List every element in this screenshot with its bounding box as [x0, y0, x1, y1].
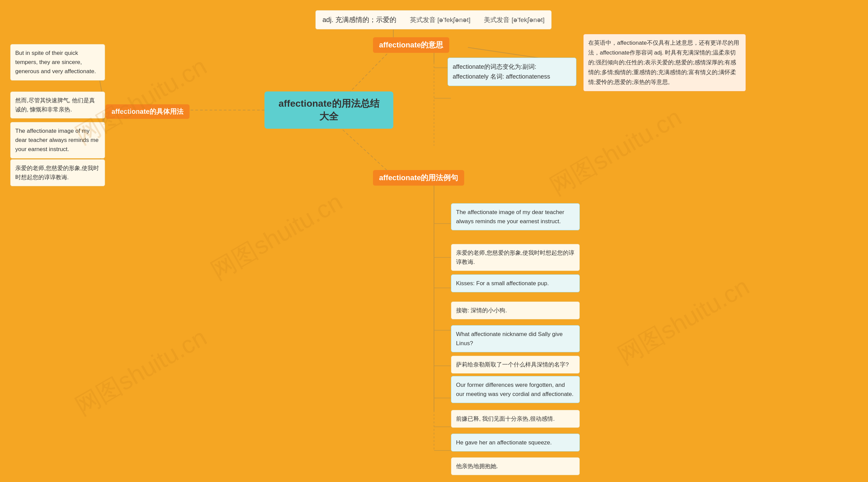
- right-chinese-2-text: 接吻: 深情的小小狗.: [456, 307, 507, 314]
- left-english-1: But in spite of their quick tempers, the…: [10, 44, 105, 81]
- adj-definition: adj. 充满感情的；示爱的: [322, 15, 396, 24]
- central-title-text: affectionate的用法总结 大全: [278, 97, 379, 123]
- right-english-2-text: Kisses: For a small affectionate pup.: [456, 280, 549, 287]
- right-chinese-3-text: 萨莉给奈勒斯取了一个什么样具深情的名字?: [456, 361, 569, 368]
- right-english-4-text: Our former differences were forgotten, a…: [456, 382, 574, 397]
- left-chinese-1: 然而,尽管其快速脾气, 他们是真诚的, 慷慨和非常亲热.: [10, 91, 105, 119]
- central-title: affectionate的用法总结 大全: [264, 91, 393, 129]
- left-chinese-2-text: 亲爱的老师,您慈爱的形象,使我时时想起您的谆谆教诲.: [15, 165, 99, 181]
- right-chinese-5: 他亲热地拥抱她.: [451, 457, 580, 475]
- right-chinese-2: 接吻: 深情的小小狗.: [451, 301, 580, 319]
- right-chinese-4-text: 前嫌已释, 我们见面十分亲热,很动感情.: [456, 416, 555, 422]
- meaning-label: affectionate的意思: [373, 37, 449, 53]
- inflection-text: affectionate的词态变化为:副词: affectionately 名词…: [453, 63, 550, 80]
- examples-label: affectionate的用法例句: [373, 170, 464, 186]
- left-chinese-2: 亲爱的老师,您慈爱的形象,使我时时想起您的谆谆教诲.: [10, 159, 105, 186]
- extended-meaning-text: 在英语中，affectionate不仅具有上述意思，还有更详尽的用法，affec…: [588, 40, 739, 85]
- right-english-5: He gave her an affectionate squeeze.: [451, 434, 580, 452]
- left-chinese-1-text: 然而,尽管其快速脾气, 他们是真诚的, 慷慨和非常亲热.: [15, 97, 95, 113]
- right-chinese-1-text: 亲爱的老师,您慈爱的形象,使我时时想起您的谆谆教诲.: [456, 250, 574, 265]
- right-chinese-3: 萨莉给奈勒斯取了一个什么样具深情的名字?: [451, 356, 580, 374]
- left-english-2: The affectionate image of my dear teache…: [10, 122, 105, 159]
- right-english-4: Our former differences were forgotten, a…: [451, 376, 580, 403]
- right-english-1: The affectionate image of my dear teache…: [451, 203, 580, 230]
- right-english-2: Kisses: For a small affectionate pup.: [451, 274, 580, 292]
- american-pronunciation: 美式发音 [ə'fekʃənət]: [484, 16, 545, 24]
- watermark-3: 网图shuitu.cn: [70, 321, 213, 422]
- right-chinese-5-text: 他亲热地拥抱她.: [456, 463, 498, 469]
- right-english-5-text: He gave her an affectionate squeeze.: [456, 439, 552, 446]
- right-english-1-text: The affectionate image of my dear teache…: [456, 209, 564, 225]
- right-chinese-1: 亲爱的老师,您慈爱的形象,使我时时想起您的谆谆教诲.: [451, 244, 580, 271]
- right-english-3-text: What affectionate nickname did Sally giv…: [456, 331, 563, 347]
- inflection-box: affectionate的词态变化为:副词: affectionately 名词…: [448, 58, 576, 86]
- left-english-1-text: But in spite of their quick tempers, the…: [15, 50, 96, 75]
- right-english-3: What affectionate nickname did Sally giv…: [451, 325, 580, 352]
- right-chinese-4: 前嫌已释, 我们见面十分亲热,很动感情.: [451, 410, 580, 428]
- definition-top-box: adj. 充满感情的；示爱的 英式发音 [ə'fekʃənət] 美式发音 [ə…: [315, 10, 552, 29]
- watermark-5: 网图shuitu.cn: [612, 270, 755, 372]
- extended-meaning-box: 在英语中，affectionate不仅具有上述意思，还有更详尽的用法，affec…: [583, 34, 746, 91]
- usage-label: affectionate的具体用法: [105, 104, 190, 119]
- watermark-4: 网图shuitu.cn: [544, 101, 687, 202]
- watermark-2: 网图shuitu.cn: [205, 186, 348, 287]
- left-english-2-text: The affectionate image of my dear teache…: [15, 128, 99, 152]
- british-pronunciation: 英式发音 [ə'fekʃənət]: [410, 16, 471, 24]
